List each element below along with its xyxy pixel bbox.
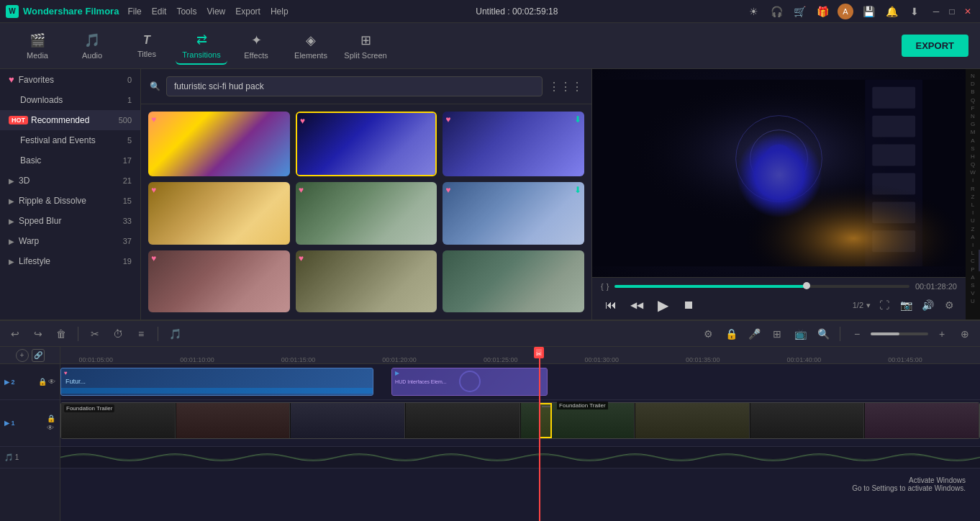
tab-elements[interactable]: ◈ Elements: [285, 27, 337, 65]
sidebar-item-ripple[interactable]: ▶ Ripple & Dissolve 15: [0, 191, 140, 211]
alpha-p[interactable]: P: [971, 266, 974, 273]
alpha-i[interactable]: I: [972, 176, 974, 184]
grid-item-4[interactable]: ♥ Glamour Couture Pack - ...: [148, 182, 290, 244]
clip-foundation[interactable]: Foundation Trailer: [60, 402, 980, 439]
sidebar-item-speed-blur[interactable]: ▶ Spped Blur 33: [0, 211, 140, 231]
zoom-in-button[interactable]: 🔍: [814, 325, 832, 343]
menu-edit[interactable]: Edit: [152, 6, 167, 17]
grid-item-7[interactable]: ♥ ...: [148, 250, 290, 312]
heart-icon[interactable]: ♥: [151, 185, 156, 195]
sidebar-item-3d[interactable]: ▶ 3D 21: [0, 171, 140, 191]
delete-button[interactable]: 🗑: [52, 325, 71, 343]
heart-icon[interactable]: ♥: [151, 253, 156, 263]
tab-audio[interactable]: 🎵 Audio: [66, 27, 118, 65]
alpha-l2[interactable]: L: [971, 249, 974, 257]
clip-futur[interactable]: Futur... ♥: [60, 368, 373, 396]
microphone-button[interactable]: 🎤: [745, 325, 763, 343]
speed-button[interactable]: ⏱: [109, 325, 127, 343]
menu-view[interactable]: View: [207, 6, 225, 17]
tab-split-screen[interactable]: ⊞ Split Screen: [340, 27, 391, 65]
tab-effects[interactable]: ✦ Effects: [230, 27, 282, 65]
close-button[interactable]: ✕: [961, 5, 974, 18]
menu-export[interactable]: Export: [235, 6, 260, 17]
grid-toggle-button[interactable]: ⋮⋮⋮: [548, 80, 583, 94]
stop-button[interactable]: ⏹: [679, 295, 699, 315]
grid-item-1[interactable]: ♥ Science Pack Transition ...: [148, 112, 290, 176]
frame-back-button[interactable]: ◀◀: [627, 295, 647, 315]
heart-icon[interactable]: ♥: [299, 253, 304, 263]
alpha-c[interactable]: C: [971, 257, 975, 265]
grid-item-2[interactable]: ♥ Tech Review Pack Tran...: [296, 112, 437, 176]
alpha-i3[interactable]: I: [972, 241, 974, 249]
settings-icon[interactable]: ⚙: [941, 297, 957, 313]
fullscreen-icon[interactable]: ⛶: [876, 297, 892, 313]
download-icon[interactable]: ⬇: [907, 4, 922, 19]
sidebar-item-warp[interactable]: ▶ Warp 37: [0, 231, 140, 251]
notification-icon[interactable]: 🔔: [884, 4, 899, 19]
track-1-lock[interactable]: 🔒: [47, 414, 55, 422]
menu-tools[interactable]: Tools: [176, 6, 196, 17]
alpha-s2[interactable]: S: [971, 281, 974, 289]
alpha-r[interactable]: R: [971, 185, 975, 193]
alpha-w[interactable]: W: [970, 168, 976, 176]
gift-icon[interactable]: 🎁: [815, 4, 830, 19]
alpha-z[interactable]: Z: [971, 193, 975, 201]
zoom-slider[interactable]: [871, 332, 928, 335]
export-button[interactable]: EXPORT: [902, 35, 968, 57]
link-icon[interactable]: 🔗: [32, 349, 45, 362]
progress-bar[interactable]: [614, 285, 909, 288]
alpha-f[interactable]: F: [971, 104, 975, 112]
alpha-s[interactable]: S: [971, 145, 974, 153]
zoom-out-icon[interactable]: −: [848, 325, 866, 343]
audio-waveform-button[interactable]: 🎵: [165, 325, 184, 343]
grid-item-8[interactable]: ♥ ...: [296, 250, 437, 312]
grid-item-6[interactable]: ♥ ⬇ Glamour Couture Pack - ...: [443, 182, 584, 244]
alpha-q[interactable]: Q: [971, 96, 975, 104]
redo-button[interactable]: ↪: [29, 325, 47, 343]
download-icon[interactable]: ⬇: [574, 114, 581, 124]
alpha-a3[interactable]: A: [971, 273, 974, 281]
menu-file[interactable]: File: [127, 6, 141, 17]
maximize-button[interactable]: □: [945, 5, 958, 18]
pip-button[interactable]: 📺: [791, 325, 809, 343]
undo-button[interactable]: ↩: [6, 325, 24, 343]
add-track-circle[interactable]: +: [16, 349, 29, 362]
alpha-h[interactable]: H: [971, 153, 975, 160]
adjust-button[interactable]: ≡: [132, 325, 150, 343]
settings-button[interactable]: ⚙: [699, 325, 717, 343]
alpha-b[interactable]: B: [971, 88, 974, 96]
split-audio-button[interactable]: 🔒: [722, 325, 740, 343]
download-icon[interactable]: ⬇: [574, 185, 581, 195]
user-avatar[interactable]: A: [838, 4, 853, 19]
save-icon[interactable]: 💾: [861, 4, 876, 19]
alpha-v[interactable]: V: [971, 289, 974, 297]
sidebar-item-lifestyle[interactable]: ▶ Lifestyle 19: [0, 251, 140, 271]
heart-icon[interactable]: ♥: [300, 116, 305, 126]
sidebar-item-recommended[interactable]: HOT Recommended 500: [0, 110, 140, 130]
menu-help[interactable]: Help: [271, 6, 289, 17]
alpha-n2[interactable]: N: [971, 112, 975, 120]
cut-button[interactable]: ✂: [86, 325, 104, 343]
grid-item-9[interactable]: ...: [443, 250, 584, 312]
alpha-u[interactable]: U: [971, 217, 975, 225]
heart-icon[interactable]: ♥: [299, 185, 304, 195]
minimize-button[interactable]: ─: [930, 5, 943, 18]
tab-transitions[interactable]: ⇄ Transitions: [176, 27, 227, 65]
screenshot-icon[interactable]: 📷: [898, 297, 914, 313]
tab-titles[interactable]: T Titles: [121, 27, 173, 65]
heart-icon[interactable]: ♥: [151, 114, 156, 124]
alpha-a[interactable]: A: [971, 137, 974, 145]
alpha-i2[interactable]: I: [972, 209, 974, 217]
alpha-n[interactable]: N: [971, 72, 975, 80]
alpha-u2[interactable]: U: [971, 297, 975, 305]
alpha-z2[interactable]: Z: [971, 225, 975, 233]
headphones-icon[interactable]: 🎧: [768, 4, 784, 19]
step-back-button[interactable]: ⏮: [601, 295, 621, 315]
heart-icon[interactable]: ♥: [445, 185, 450, 195]
page-dropdown-icon[interactable]: ▾: [866, 301, 871, 310]
add-track-button[interactable]: ⊕: [956, 325, 974, 343]
sidebar-item-basic[interactable]: Basic 17: [0, 150, 140, 171]
alpha-a2[interactable]: A: [971, 233, 974, 241]
clip-hud[interactable]: HUD Interfaces Elem... ▶: [391, 368, 548, 396]
alpha-g[interactable]: G: [971, 120, 975, 128]
